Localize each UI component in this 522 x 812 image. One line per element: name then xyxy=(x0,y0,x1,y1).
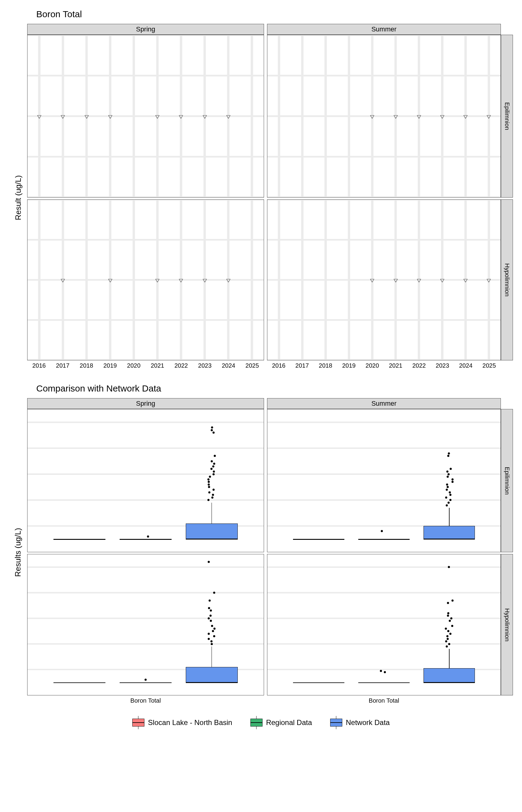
boxplot-box xyxy=(423,668,475,683)
outlier-point xyxy=(447,455,449,457)
facet-panel: 4.9504.9755.0005.0255.050 xyxy=(27,35,264,198)
outlier-point xyxy=(211,625,213,627)
svg-marker-59 xyxy=(61,279,65,282)
facet-panel: 1020304050 xyxy=(27,409,264,552)
svg-marker-82 xyxy=(417,279,421,282)
outlier-point xyxy=(447,612,449,614)
outlier-point xyxy=(451,481,454,483)
svg-marker-62 xyxy=(179,279,183,282)
legend-label: Regional Data xyxy=(266,718,312,727)
censored-marker-icon xyxy=(370,115,374,118)
outlier-point xyxy=(212,494,214,496)
outlier-point xyxy=(147,535,149,537)
svg-marker-85 xyxy=(487,279,490,282)
legend-item: Network Data xyxy=(330,718,390,727)
censored-marker-icon xyxy=(370,278,374,282)
outlier-point xyxy=(450,617,453,619)
svg-marker-81 xyxy=(394,279,398,282)
outlier-point xyxy=(380,670,382,672)
svg-marker-17 xyxy=(85,116,88,118)
outlier-point xyxy=(446,646,448,648)
outlier-point xyxy=(446,470,448,472)
svg-marker-84 xyxy=(464,279,467,282)
svg-marker-43 xyxy=(487,116,490,118)
outlier-point xyxy=(446,635,448,637)
outlier-point xyxy=(210,610,212,612)
svg-marker-38 xyxy=(370,116,374,118)
outlier-point xyxy=(212,630,214,632)
outlier-point xyxy=(446,483,448,485)
legend-swatch xyxy=(250,719,262,727)
censored-marker-icon xyxy=(487,115,491,118)
outlier-point xyxy=(381,530,383,532)
outlier-point xyxy=(446,504,448,506)
outlier-point xyxy=(451,599,454,602)
facet-panel: 1020304050 xyxy=(27,554,264,695)
outlier-point xyxy=(446,489,448,491)
outlier-point xyxy=(213,473,215,475)
boron-total-chart: Boron Total Result (ug/L) Spring Summer … xyxy=(9,9,513,371)
outlier-point xyxy=(449,633,451,635)
facet-panel xyxy=(267,199,501,360)
censored-marker-icon xyxy=(155,115,160,118)
legend-label: Slocan Lake - North Basin xyxy=(148,718,232,727)
facet-col-spring: Spring xyxy=(27,24,264,35)
x-axis-ticks: Boron Total xyxy=(27,695,264,706)
outlier-point xyxy=(447,486,449,488)
outlier-point xyxy=(213,465,215,467)
censored-marker-icon xyxy=(226,278,230,282)
legend: Slocan Lake - North Basin Regional Data … xyxy=(9,718,513,727)
censored-marker-icon xyxy=(61,278,65,282)
outlier-point xyxy=(446,476,448,478)
x-axis-ticks: 2016201720182019202020212022202320242025 xyxy=(267,360,501,371)
svg-marker-80 xyxy=(370,279,374,282)
outlier-point xyxy=(209,615,212,617)
outlier-point xyxy=(447,615,449,617)
outlier-point xyxy=(449,499,451,501)
outlier-point xyxy=(448,643,450,645)
chart-title-top: Boron Total xyxy=(36,9,513,19)
censored-marker-icon xyxy=(226,115,230,118)
facet-panel xyxy=(267,35,501,198)
legend-label: Network Data xyxy=(346,718,390,727)
censored-marker-icon xyxy=(440,278,444,282)
outlier-point xyxy=(448,452,450,454)
svg-marker-18 xyxy=(108,116,112,118)
svg-marker-83 xyxy=(440,279,444,282)
outlier-point xyxy=(207,478,209,480)
outlier-point xyxy=(208,561,210,563)
svg-marker-22 xyxy=(226,116,230,118)
censored-marker-icon xyxy=(394,278,398,282)
facet-panel: 4.9504.9755.0005.0255.050 xyxy=(27,199,264,360)
outlier-point xyxy=(145,679,147,681)
censored-marker-icon xyxy=(487,278,491,282)
outlier-point xyxy=(213,592,215,594)
outlier-point xyxy=(214,455,216,457)
legend-swatch xyxy=(132,719,144,727)
facet-row-epi: Epilimnion xyxy=(501,35,513,198)
facet-col-spring: Spring xyxy=(27,398,264,409)
outlier-point xyxy=(207,499,209,501)
censored-marker-icon xyxy=(394,115,398,118)
chart-title-bottom: Comparison with Network Data xyxy=(36,383,513,393)
outlier-point xyxy=(447,630,449,632)
outlier-point xyxy=(211,496,213,499)
censored-marker-icon xyxy=(155,278,160,282)
outlier-point xyxy=(210,460,213,462)
outlier-point xyxy=(451,478,454,480)
facet-col-summer: Summer xyxy=(267,24,501,35)
outlier-point xyxy=(213,635,215,637)
svg-marker-41 xyxy=(440,116,444,118)
outlier-point xyxy=(210,641,213,643)
svg-marker-40 xyxy=(417,116,421,118)
outlier-point xyxy=(211,643,213,645)
outlier-point xyxy=(209,599,211,602)
outlier-point xyxy=(448,620,451,622)
outlier-point xyxy=(207,638,209,640)
outlier-point xyxy=(207,483,209,485)
outlier-point xyxy=(448,502,450,504)
censored-marker-icon xyxy=(179,278,183,282)
censored-marker-icon xyxy=(440,115,444,118)
censored-marker-icon xyxy=(179,115,183,118)
svg-marker-15 xyxy=(38,116,41,118)
